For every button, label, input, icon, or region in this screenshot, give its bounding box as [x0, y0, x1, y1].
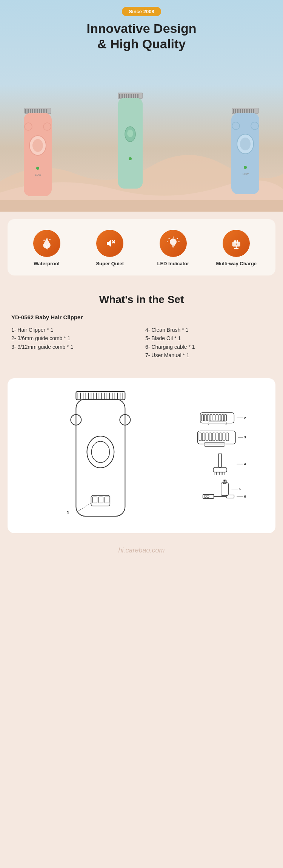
svg-rect-114 [199, 433, 201, 441]
feature-led: LED Indicator [145, 230, 201, 267]
svg-rect-137 [221, 483, 228, 496]
hero-title: Innovative Design & High Quality [87, 21, 197, 52]
svg-point-92 [87, 436, 114, 468]
svg-rect-67 [237, 240, 238, 243]
svg-rect-24 [128, 94, 129, 98]
clipper-pink: LOW [21, 108, 55, 198]
svg-rect-26 [133, 94, 134, 98]
svg-rect-103 [207, 415, 209, 421]
list-item: 5- Blade Oil * 1 [145, 334, 272, 342]
svg-rect-35 [235, 109, 236, 113]
hero-section: Since 2008 Innovative Design & High Qual… [0, 0, 283, 212]
svg-rect-3 [28, 109, 29, 113]
svg-rect-57 [172, 245, 175, 246]
svg-point-52 [49, 239, 51, 240]
svg-rect-38 [242, 109, 243, 113]
svg-rect-120 [219, 433, 222, 441]
svg-point-16 [43, 123, 51, 130]
svg-rect-9 [41, 109, 42, 113]
svg-rect-115 [202, 433, 205, 441]
svg-rect-8 [39, 109, 40, 113]
set-items-left: 1- Hair Clipper * 1 2- 3/6mm guide comb … [11, 326, 138, 360]
list-item: 1- Hair Clipper * 1 [11, 326, 138, 334]
clipper-blue: LOW [228, 108, 262, 196]
svg-rect-11 [46, 109, 47, 113]
svg-rect-34 [233, 109, 234, 113]
product-name: YD-0562 Baby Hair Clipper [11, 314, 272, 320]
svg-point-32 [129, 157, 132, 160]
svg-rect-6 [34, 109, 35, 113]
svg-rect-0 [0, 200, 283, 212]
svg-rect-95 [92, 497, 97, 503]
svg-rect-122 [226, 433, 229, 441]
svg-text:LOW: LOW [35, 173, 41, 176]
svg-point-48 [251, 122, 258, 130]
svg-line-62 [169, 238, 169, 239]
svg-rect-108 [221, 415, 224, 421]
svg-rect-144 [207, 495, 209, 498]
svg-text:6: 6 [244, 495, 246, 498]
svg-rect-104 [210, 415, 212, 421]
set-items-right: 4- Clean Brush * 1 5- Blade Oil * 1 6- C… [145, 326, 272, 360]
parts-diagram: 2 3 [190, 390, 268, 522]
svg-rect-101 [201, 415, 204, 421]
clipper-mint [116, 93, 145, 191]
feature-waterproof: Waterproof [19, 230, 74, 267]
svg-rect-109 [225, 415, 227, 421]
list-item: 3- 9/12mm guide comb * 1 [11, 343, 138, 351]
svg-text:5: 5 [239, 487, 241, 491]
svg-rect-2 [25, 109, 26, 113]
quiet-label: Super Quiet [96, 261, 124, 267]
svg-rect-10 [43, 109, 45, 113]
feature-quiet: Super Quiet [82, 230, 138, 267]
svg-point-15 [25, 123, 32, 130]
svg-rect-116 [206, 433, 208, 441]
svg-rect-110 [208, 422, 226, 425]
svg-rect-97 [105, 497, 109, 503]
list-item: 6- Charging cable * 1 [145, 343, 272, 351]
svg-rect-117 [209, 433, 212, 441]
svg-rect-23 [126, 94, 127, 98]
svg-rect-43 [253, 109, 254, 113]
svg-rect-28 [137, 94, 138, 98]
svg-rect-121 [223, 433, 225, 441]
svg-point-49 [244, 166, 247, 169]
set-title: What's in the Set [11, 294, 272, 306]
svg-point-31 [127, 130, 133, 137]
svg-point-47 [232, 122, 240, 130]
svg-rect-66 [234, 240, 236, 243]
svg-rect-105 [213, 415, 215, 421]
svg-text:LOW: LOW [243, 173, 249, 175]
svg-point-14 [32, 139, 43, 152]
svg-rect-25 [131, 94, 132, 98]
svg-rect-59 [172, 247, 174, 248]
svg-rect-89 [76, 399, 125, 516]
svg-rect-5 [32, 109, 33, 113]
svg-rect-102 [204, 415, 206, 421]
svg-text:4: 4 [244, 462, 246, 466]
list-item: 2- 3/6mm guide comb * 1 [11, 334, 138, 342]
svg-point-93 [91, 441, 109, 463]
svg-rect-29 [118, 98, 143, 189]
svg-rect-4 [30, 109, 31, 113]
feature-charge: Multi-way Charge [209, 230, 264, 267]
svg-rect-36 [237, 109, 238, 113]
svg-line-61 [177, 238, 178, 239]
svg-point-53 [47, 238, 48, 240]
charge-icon [223, 230, 250, 257]
led-icon [160, 230, 187, 257]
svg-text:3: 3 [244, 436, 246, 439]
svg-rect-27 [135, 94, 136, 98]
features-section: Waterproof Super Quiet [8, 219, 275, 275]
svg-rect-20 [119, 94, 120, 98]
svg-line-98 [76, 503, 91, 512]
svg-rect-37 [240, 109, 241, 113]
svg-rect-143 [204, 495, 206, 498]
clipper-line-drawing: 1 [15, 390, 190, 522]
svg-rect-123 [204, 443, 225, 447]
diagram-section: 1 2 [8, 378, 275, 533]
waterproof-icon [33, 230, 60, 257]
svg-rect-127 [213, 468, 227, 472]
since-badge: Since 2008 [122, 7, 161, 16]
svg-rect-118 [212, 433, 215, 441]
